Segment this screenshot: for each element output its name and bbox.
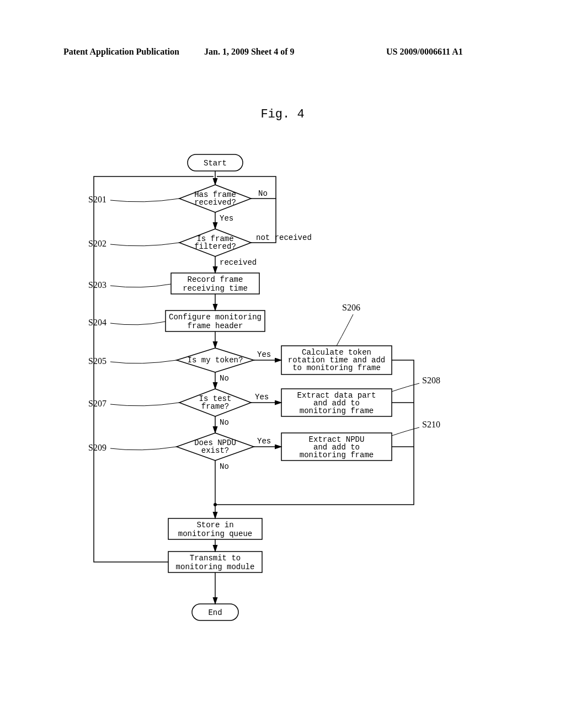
ref-s204: S204	[88, 318, 106, 327]
svg-text:Record frame: Record frame	[188, 275, 243, 284]
ref-s206: S206	[342, 303, 360, 312]
process-transmit: Transmit to monitoring module	[168, 552, 262, 572]
svg-text:received: received	[220, 258, 257, 267]
ref-s201: S201	[88, 195, 106, 204]
svg-text:End: End	[208, 608, 222, 617]
svg-text:not received: not received	[256, 233, 312, 242]
svg-text:monitoring frame: monitoring frame	[300, 451, 374, 459]
svg-text:to monitoring frame: to monitoring frame	[292, 363, 381, 372]
ref-s209: S209	[88, 443, 106, 452]
svg-point-3	[214, 179, 217, 182]
svg-text:Yes: Yes	[220, 214, 233, 223]
start-node: Start	[188, 154, 243, 171]
svg-text:monitoring frame: monitoring frame	[300, 406, 374, 415]
process-s204: Configure monitoring frame header	[166, 311, 265, 331]
svg-text:filtered?: filtered?	[194, 242, 236, 251]
svg-text:No: No	[220, 418, 229, 427]
svg-text:exist?: exist?	[201, 446, 229, 455]
figure-label: Fig. 4	[0, 108, 565, 121]
svg-text:received?: received?	[194, 198, 236, 207]
decision-s205: Is my token?	[177, 348, 254, 372]
process-s210: Extract NPDU and add to monitoring frame	[281, 433, 392, 461]
ref-s208: S208	[422, 376, 440, 385]
decision-s209: Does NPDU exist?	[177, 433, 254, 461]
decision-s202: Is frame filtered?	[179, 229, 251, 256]
svg-text:frame?: frame?	[201, 402, 229, 411]
svg-text:Yes: Yes	[257, 437, 271, 446]
ref-s207: S207	[88, 399, 106, 408]
svg-text:Is my token?: Is my token?	[188, 356, 243, 365]
end-node: End	[192, 604, 238, 620]
svg-text:monitoring module: monitoring module	[176, 563, 255, 571]
decision-s207: Is test frame?	[179, 389, 251, 416]
svg-text:Yes: Yes	[257, 350, 271, 359]
svg-text:Store in: Store in	[196, 521, 233, 529]
svg-text:No: No	[220, 374, 229, 383]
process-s203: Record frame receiving time	[171, 273, 259, 294]
process-store: Store in monitoring queue	[168, 518, 262, 539]
svg-text:Yes: Yes	[255, 393, 269, 402]
svg-text:No: No	[220, 462, 229, 471]
svg-text:Configure monitoring: Configure monitoring	[169, 313, 262, 322]
header-mid: Jan. 1, 2009 Sheet 4 of 9	[204, 47, 295, 57]
svg-text:No: No	[258, 189, 268, 198]
svg-text:Transmit to: Transmit to	[190, 554, 241, 563]
ref-s205: S205	[88, 356, 106, 366]
svg-text:monitoring queue: monitoring queue	[178, 529, 252, 538]
flowchart-diagram: Start Has frame received? S201 No Yes Is…	[77, 152, 497, 659]
header-left: Patent Application Publication	[63, 47, 179, 57]
decision-s201: Has frame received?	[179, 185, 251, 212]
process-s206: Calculate token rotation time and add to…	[281, 346, 392, 374]
ref-s210: S210	[422, 420, 440, 429]
process-s208: Extract data part and add to monitoring …	[281, 389, 392, 416]
header-right: US 2009/0006611 A1	[386, 47, 463, 57]
ref-s202: S202	[88, 239, 106, 248]
ref-s203: S203	[88, 280, 106, 290]
svg-text:frame header: frame header	[188, 322, 243, 330]
svg-text:Start: Start	[204, 159, 227, 168]
svg-text:receiving time: receiving time	[183, 284, 248, 293]
